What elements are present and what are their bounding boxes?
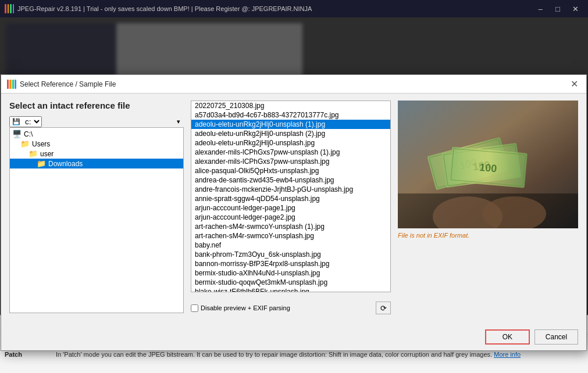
- file-item[interactable]: bank-phrom-Tzm3Oyu_6sk-unsplash.jpg: [191, 250, 390, 259]
- file-item[interactable]: alice-pasqual-Olki5QpHxts-unsplash.jpg: [191, 166, 390, 175]
- svg-text:100: 100: [479, 162, 498, 175]
- file-item[interactable]: andre-francois-mckenzie-JrjhtBJ-pGU-unsp…: [191, 185, 390, 194]
- dialog-heading: Select an intact reference file: [9, 101, 184, 110]
- patch-desc-text: In 'Patch' mode you can edit the JPEG bi…: [56, 351, 492, 358]
- file-item[interactable]: art-rachen-sM4r-swmcoY-unsplash (1).jpg: [191, 222, 390, 231]
- patch-more-info-link[interactable]: More info: [494, 351, 521, 358]
- select-file-dialog: Select Reference / Sample File ✕ Select …: [1, 74, 587, 351]
- refresh-button[interactable]: ⟳: [376, 302, 391, 314]
- file-item[interactable]: alexander-mils-lCPhGxs7pww-unsplash.jpg: [191, 157, 390, 166]
- file-item[interactable]: blake-wisz-tE6thlh6BFk-unsplash.jpg: [191, 287, 390, 292]
- patch-desc: In 'Patch' mode you can edit the JPEG bi…: [56, 351, 583, 358]
- close-button[interactable]: ✕: [567, 2, 583, 15]
- folder-user-icon: 📁: [28, 149, 38, 158]
- patch-label: Patch: [5, 351, 51, 358]
- tree-item-downloads[interactable]: 📁 Downloads: [10, 159, 183, 168]
- file-item[interactable]: bermix-studio-aXlhN4uNd-l-unsplash.jpg: [191, 268, 390, 278]
- dialog-title-text: Select Reference / Sample File: [20, 80, 116, 88]
- app-area: Select Reference / Sample File ✕ Select …: [0, 17, 588, 315]
- dialog-titlebar: Select Reference / Sample File ✕: [1, 75, 586, 94]
- folder-downloads-icon: 📁: [37, 159, 46, 168]
- tree-item-user[interactable]: 📁 user: [10, 149, 183, 159]
- minimize-button[interactable]: –: [532, 2, 548, 15]
- disable-preview-checkbox[interactable]: [191, 304, 198, 312]
- app-icon: [5, 4, 14, 13]
- window-controls: – □ ✕: [532, 2, 583, 15]
- file-item[interactable]: arjun-acccount-ledger-page1.jpg: [191, 203, 390, 213]
- preview-image: 100 100 100: [398, 101, 578, 228]
- file-item[interactable]: alexander-mils-lCPhGxs7pww-unsplash (1).…: [191, 148, 390, 157]
- file-item[interactable]: art-rachen-sM4r-swmcoY-unsplash.jpg: [191, 231, 390, 241]
- ok-cancel-row: OK Cancel: [1, 326, 586, 350]
- title-bar: JPEG-Repair v2.8.191 | Trial - only save…: [0, 0, 588, 17]
- file-item[interactable]: 20220725_210308.jpg: [191, 101, 390, 110]
- tree-item-label: C:\: [24, 130, 33, 138]
- cancel-button[interactable]: Cancel: [534, 329, 578, 345]
- folder-tree[interactable]: 🖥️ C:\ 📁 Users 📁 user: [9, 127, 184, 313]
- drive-selector-wrapper[interactable]: c: d: e:: [9, 116, 184, 127]
- folder-users-icon: 📁: [20, 139, 30, 148]
- tool-row-patch: Patch In 'Patch' mode you can edit the J…: [5, 351, 583, 358]
- app-title: JPEG-Repair v2.8.191 | Trial - only save…: [17, 5, 532, 12]
- file-item[interactable]: adeolu-eletu-unRkg2jHlj0-unsplash (2).jp…: [191, 129, 390, 138]
- tree-item-drive-c[interactable]: 🖥️ C:\: [10, 129, 183, 139]
- ok-button[interactable]: OK: [485, 329, 530, 345]
- preview-svg: 100 100 100: [398, 101, 578, 228]
- left-panel: Select an intact reference file c: d: e:…: [9, 101, 184, 314]
- dialog-body: Select an intact reference file c: d: e:…: [1, 94, 586, 321]
- tree-item-label: Users: [32, 140, 50, 148]
- file-item[interactable]: baby.nef: [191, 241, 390, 250]
- drive-c-icon: 🖥️: [12, 130, 22, 138]
- file-list-section: 20220725_210308.jpg a57d03a4-bd9d-4c67-b…: [191, 101, 391, 314]
- tree-item-label: Downloads: [48, 160, 83, 168]
- dialog-close-button[interactable]: ✕: [568, 78, 580, 89]
- bottom-controls-row: Disable preview + EXIF parsing ⟳: [191, 299, 391, 314]
- file-item[interactable]: andrea-de-santis-zwd435-ewb4-unsplash.jp…: [191, 175, 390, 185]
- file-item[interactable]: bermix-studio-qoqwQet3mkM-unsplash.jpg: [191, 278, 390, 287]
- dialog-icon: [7, 80, 16, 89]
- maximize-button[interactable]: □: [550, 2, 566, 15]
- disable-preview-label: Disable preview + EXIF parsing: [201, 304, 290, 311]
- file-item[interactable]: adeolu-eletu-unRkg2jHlj0-unsplash.jpg: [191, 138, 390, 148]
- dialog-title-left: Select Reference / Sample File: [7, 80, 116, 89]
- disable-preview-row: Disable preview + EXIF parsing: [191, 304, 290, 312]
- file-item[interactable]: a57d03a4-bd9d-4c67-b883-43727013777c.jpg: [191, 110, 390, 120]
- file-item[interactable]: arjun-acccount-ledger-page2.jpg: [191, 213, 390, 222]
- svg-rect-12: [398, 193, 578, 228]
- file-list[interactable]: 20220725_210308.jpg a57d03a4-bd9d-4c67-b…: [191, 101, 391, 292]
- tree-item-label: user: [40, 150, 54, 158]
- file-item-selected[interactable]: adeolu-eletu-unRkg2jHlj0-unsplash (1).jp…: [191, 120, 390, 129]
- preview-status: File is not in EXIF format.: [398, 232, 578, 239]
- file-item[interactable]: annie-spratt-sggw4-qDD54-unsplash.jpg: [191, 194, 390, 203]
- tree-item-users[interactable]: 📁 Users: [10, 139, 183, 149]
- drive-selector[interactable]: c: d: e:: [9, 116, 42, 127]
- preview-image-container: 100 100 100: [398, 101, 578, 228]
- preview-area: 100 100 100: [398, 101, 578, 314]
- file-item[interactable]: bannon-morrissy-BfP3E4rpxl8-unsplash.jpg: [191, 259, 390, 268]
